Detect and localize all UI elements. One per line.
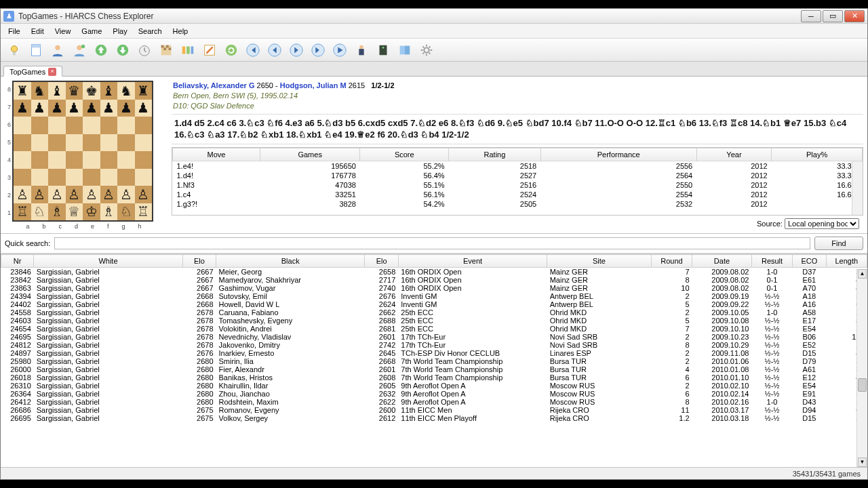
menu-help[interactable]: Help	[168, 26, 193, 37]
table-row[interactable]: 26310Sargissian, Gabriel2680Khairullin, …	[1, 382, 867, 390]
tool-user1-icon[interactable]	[48, 41, 67, 60]
opening-row[interactable]: 1.c43325156.1%25242554201216.6%	[173, 190, 863, 199]
tool-book-icon[interactable]	[395, 41, 414, 60]
opening-row[interactable]: 1.g3?!382854.2%250525322012	[173, 199, 863, 209]
close-button[interactable]: ✕	[844, 10, 865, 22]
game-col[interactable]: Elo	[365, 255, 398, 268]
table-row[interactable]: 24558Sargissian, Gabriel2678Caruana, Fab…	[1, 308, 867, 317]
find-button[interactable]: Find	[814, 237, 863, 250]
game-col[interactable]: White	[34, 255, 182, 268]
file-labels: abcdefgh	[7, 222, 163, 230]
table-row[interactable]: 24394Sargissian, Gabriel2668Sutovsky, Em…	[1, 292, 867, 300]
minimize-button[interactable]: ─	[801, 10, 821, 22]
menu-view[interactable]: View	[50, 26, 76, 37]
opening-book-grid[interactable]: MoveGamesScoreRatingPerformanceYearPlay%…	[172, 147, 863, 216]
opening-scrollbar[interactable]	[852, 161, 863, 215]
table-row[interactable]: 26695Sargissian, Gabriel2675Volkov, Serg…	[1, 414, 867, 422]
table-row[interactable]: 25980Sargissian, Gabriel2680Smirin, Ilia…	[1, 357, 867, 365]
op-col[interactable]: Score	[360, 148, 449, 161]
op-col[interactable]: Play%	[772, 148, 863, 161]
scroll-thumb[interactable]	[858, 378, 867, 392]
scroll-down-icon[interactable]: ▼	[858, 458, 867, 467]
game-col[interactable]: Nr	[1, 255, 34, 268]
games-table[interactable]: NrWhiteEloBlackEloEventSiteRoundDateResu…	[1, 253, 867, 467]
svg-rect-14	[169, 47, 172, 50]
menu-game[interactable]: Game	[77, 26, 106, 37]
tool-pro-icon[interactable]	[352, 41, 371, 60]
game-col[interactable]: Elo	[182, 255, 216, 268]
table-row[interactable]: 23846Sargissian, Gabriel2667Meier, Georg…	[1, 268, 867, 277]
tab-topgames[interactable]: TopGames ×	[3, 66, 62, 77]
table-row[interactable]: 26686Sargissian, Gabriel2675Romanov, Evg…	[1, 406, 867, 414]
opening-row[interactable]: 1.e4!19565055.2%25182556201233.3%	[173, 161, 863, 171]
table-row[interactable]: 26412Sargissian, Gabriel2680Rodshtein, M…	[1, 398, 867, 406]
game-col[interactable]: Length	[826, 255, 867, 268]
table-row[interactable]: 26000Sargissian, Gabriel2680Fier, Alexan…	[1, 365, 867, 373]
game-col[interactable]: Round	[651, 255, 692, 268]
table-row[interactable]: 24695Sargissian, Gabriel2678Nevednichy, …	[1, 333, 867, 341]
menu-search[interactable]: Search	[134, 26, 167, 37]
table-row[interactable]: 24402Sargissian, Gabriel2668Howell, Davi…	[1, 300, 867, 308]
svg-point-28	[382, 46, 384, 48]
tool-doc-icon[interactable]	[26, 41, 45, 60]
game-col[interactable]: ECO	[793, 255, 826, 268]
menu-edit[interactable]: Edit	[26, 26, 49, 37]
source-select[interactable]: Local opening book	[785, 218, 859, 229]
op-col[interactable]: Games	[260, 148, 359, 161]
tool-gear-icon[interactable]	[417, 41, 436, 60]
menubar: File Edit View Game Play Search Help	[1, 24, 867, 39]
games-scrollbar[interactable]: ▲ ▼	[856, 269, 867, 467]
tool-user2-icon[interactable]	[70, 41, 89, 60]
op-col[interactable]: Year	[696, 148, 771, 161]
game-col[interactable]: Site	[547, 255, 652, 268]
table-row[interactable]: 24897Sargissian, Gabriel2676Inarkiev, Er…	[1, 349, 867, 357]
tool-last-icon[interactable]	[309, 41, 328, 60]
game-col[interactable]: Event	[398, 255, 547, 268]
tool-server-icon[interactable]	[374, 41, 393, 60]
tool-board-icon[interactable]	[157, 41, 176, 60]
svg-rect-26	[359, 49, 363, 55]
tool-refresh-icon[interactable]	[222, 41, 241, 60]
op-col[interactable]: Performance	[540, 148, 696, 161]
status-count: 35431/35431 games	[793, 470, 861, 478]
table-row[interactable]: 24603Sargissian, Gabriel2678Tomashevsky,…	[1, 317, 867, 325]
tool-note-icon[interactable]	[200, 41, 219, 60]
op-col[interactable]: Move	[173, 148, 260, 161]
op-col[interactable]: Rating	[449, 148, 541, 161]
opening-row[interactable]: 1.d4!17677856.4%25272564201233.3%	[173, 171, 863, 180]
scroll-up-icon[interactable]: ▲	[858, 269, 867, 279]
opening-row[interactable]: 1.Nf34703855.1%25162550201216.6%	[173, 180, 863, 190]
quicksearch-input[interactable]	[54, 237, 810, 249]
menu-file[interactable]: File	[3, 26, 25, 37]
svg-rect-12	[166, 45, 169, 47]
table-row[interactable]: 24654Sargissian, Gabriel2678Volokitin, A…	[1, 325, 867, 333]
moves-notation[interactable]: 1.d4 d5 2.c4 c6 3.♘c3 ♘f6 4.e3 a6 5.♘d3 …	[172, 114, 863, 144]
svg-rect-27	[380, 45, 387, 55]
tab-close-icon[interactable]: ×	[48, 68, 56, 76]
table-row[interactable]: 24812Sargissian, Gabriel2678Jakovenko, D…	[1, 341, 867, 349]
tool-first-icon[interactable]	[243, 41, 262, 60]
game-col[interactable]: Date	[692, 255, 752, 268]
tool-next-icon[interactable]	[287, 41, 306, 60]
tool-up-icon[interactable]	[92, 41, 111, 60]
chessboard[interactable]: ♜♞♝♛♚♝♞♜♟♟♟♟♟♟♟♟♙♙♙♙♙♙♙♙♖♘♗♕♔♗♘♖	[12, 81, 153, 222]
board-panel: 87654321 ♜♞♝♛♚♝♞♜♟♟♟♟♟♟♟♟♙♙♙♙♙♙♙♙♖♘♗♕♔♗♘…	[1, 77, 170, 233]
table-row[interactable]: 23863Sargissian, Gabriel2667Gashimov, Vu…	[1, 284, 867, 292]
tool-down-icon[interactable]	[113, 41, 132, 60]
tool-clock-icon[interactable]	[135, 41, 154, 60]
table-row[interactable]: 26364Sargissian, Gabriel2680Zhou, Jianch…	[1, 390, 867, 398]
menu-play[interactable]: Play	[108, 26, 132, 37]
table-row[interactable]: 26018Sargissian, Gabriel2680Banikas, Hri…	[1, 373, 867, 382]
game-col[interactable]: Result	[751, 255, 792, 268]
tool-colors-icon[interactable]	[178, 41, 197, 60]
maximize-button[interactable]: ▭	[823, 10, 843, 22]
statusbar: 35431/35431 games	[1, 467, 867, 479]
tool-lightbulb-icon[interactable]	[5, 41, 24, 60]
tool-play-icon[interactable]	[330, 41, 349, 60]
game-col[interactable]: Black	[216, 255, 365, 268]
app-icon: ♟	[3, 11, 14, 22]
table-row[interactable]: 23842Sargissian, Gabriel2667Mamedyarov, …	[1, 276, 867, 284]
tabbar: TopGames ×	[1, 62, 867, 77]
svg-point-25	[359, 45, 363, 49]
tool-prev-icon[interactable]	[265, 41, 284, 60]
